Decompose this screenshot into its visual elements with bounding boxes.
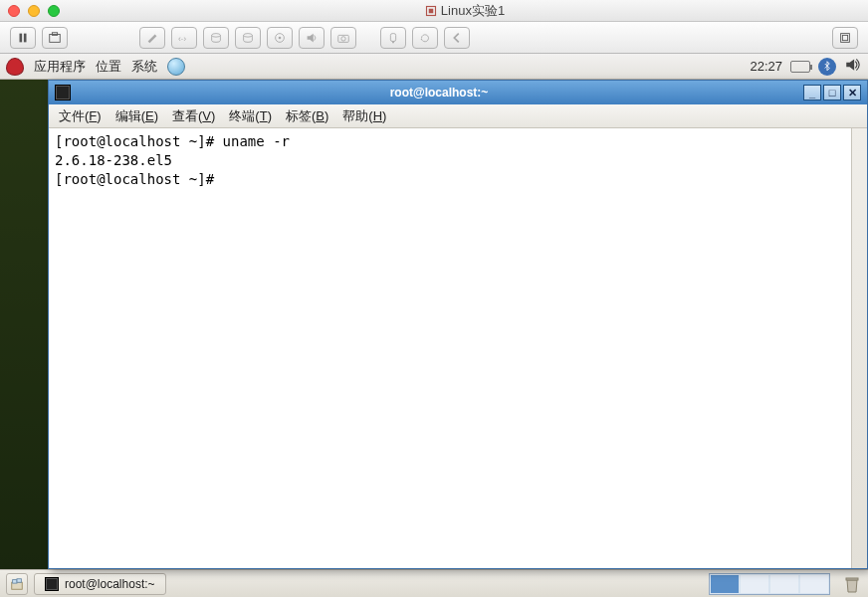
svg-point-10 — [279, 36, 282, 39]
svg-rect-13 — [390, 33, 395, 41]
svg-rect-16 — [842, 35, 847, 40]
terminal-title-text: root@localhost:~ — [77, 86, 801, 100]
workspace-1[interactable] — [711, 575, 739, 593]
terminal-window: root@localhost:~ _ □ ✕ 文件(F) 编辑(E) 查看(V)… — [48, 80, 868, 569]
menu-edit[interactable]: 编辑(E) — [115, 107, 158, 125]
maximize-button[interactable]: □ — [823, 85, 841, 100]
taskbar-label: root@localhost:~ — [65, 577, 155, 591]
host-toolbar: ‹·› — [0, 22, 868, 54]
hdd2-icon[interactable] — [235, 27, 261, 49]
terminal-titlebar[interactable]: root@localhost:~ _ □ ✕ — [49, 81, 867, 104]
svg-rect-20 — [846, 578, 858, 580]
redhat-icon[interactable] — [6, 58, 24, 76]
terminal-scrollbar[interactable] — [851, 128, 867, 568]
refresh-icon[interactable] — [412, 27, 438, 49]
clock[interactable]: 22:27 — [750, 59, 782, 74]
taskbar-terminal-button[interactable]: root@localhost:~ — [34, 573, 166, 595]
menu-help[interactable]: 帮助(H) — [342, 107, 386, 125]
svg-point-12 — [341, 36, 345, 40]
svg-rect-19 — [17, 578, 21, 582]
usb-icon[interactable] — [380, 27, 406, 49]
desktop-wallpaper-strip — [0, 80, 48, 569]
show-desktop-button[interactable] — [6, 573, 28, 595]
workspace-2[interactable] — [741, 575, 768, 593]
svg-point-8 — [244, 33, 253, 37]
minimize-button[interactable]: _ — [803, 85, 821, 100]
browser-launcher-icon[interactable] — [167, 58, 185, 76]
volume-icon[interactable] — [844, 56, 862, 77]
network-icon[interactable]: ‹·› — [171, 27, 197, 49]
menu-file[interactable]: 文件(F) — [59, 107, 102, 125]
bluetooth-icon[interactable] — [818, 58, 836, 76]
host-titlebar: Linux实验1 — [0, 0, 868, 22]
workspace-4[interactable] — [800, 575, 828, 593]
terminal-menubar: 文件(F) 编辑(E) 查看(V) 终端(T) 标签(B) 帮助(H) — [49, 104, 867, 128]
terminal-output[interactable]: [root@localhost ~]# uname -r 2.6.18-238.… — [49, 128, 851, 568]
svg-text:‹·›: ‹·› — [178, 33, 186, 43]
close-window-button[interactable] — [8, 5, 20, 17]
menu-system[interactable]: 系统 — [131, 58, 157, 76]
svg-rect-18 — [13, 579, 17, 583]
gnome-top-panel: 应用程序 位置 系统 22:27 — [0, 54, 868, 80]
workspace-3[interactable] — [770, 575, 798, 593]
pause-button[interactable] — [10, 27, 36, 49]
zoom-window-button[interactable] — [48, 5, 60, 17]
svg-rect-14 — [392, 41, 394, 43]
vm-icon — [425, 5, 437, 17]
host-title-text: Linux实验1 — [441, 2, 505, 20]
traffic-lights — [8, 5, 60, 17]
settings-icon[interactable] — [139, 27, 165, 49]
snapshot-button[interactable] — [42, 27, 68, 49]
menu-applications[interactable]: 应用程序 — [34, 58, 86, 76]
svg-rect-1 — [429, 8, 434, 13]
camera-icon[interactable] — [330, 27, 356, 49]
cd-icon[interactable] — [267, 27, 293, 49]
host-window-title: Linux实验1 — [70, 2, 860, 20]
trash-icon[interactable] — [842, 574, 862, 594]
svg-point-7 — [212, 33, 221, 37]
desktop[interactable]: root@localhost:~ _ □ ✕ 文件(F) 编辑(E) 查看(V)… — [0, 80, 868, 569]
terminal-icon — [55, 85, 71, 100]
battery-icon[interactable] — [790, 61, 810, 73]
menu-terminal[interactable]: 终端(T) — [229, 107, 272, 125]
menu-view[interactable]: 查看(V) — [172, 107, 215, 125]
terminal-icon — [45, 577, 59, 591]
minimize-window-button[interactable] — [28, 5, 40, 17]
close-button[interactable]: ✕ — [843, 85, 861, 100]
workspace-switcher — [709, 573, 830, 595]
hdd-icon[interactable] — [203, 27, 229, 49]
gnome-bottom-panel: root@localhost:~ — [0, 569, 868, 597]
fullscreen-button[interactable] — [832, 27, 858, 49]
svg-rect-2 — [20, 33, 23, 42]
terminal-body: [root@localhost ~]# uname -r 2.6.18-238.… — [49, 128, 867, 568]
back-icon[interactable] — [444, 27, 470, 49]
menu-tabs[interactable]: 标签(B) — [286, 107, 328, 125]
svg-rect-3 — [24, 33, 27, 42]
audio-icon[interactable] — [299, 27, 325, 49]
menu-places[interactable]: 位置 — [96, 58, 121, 76]
